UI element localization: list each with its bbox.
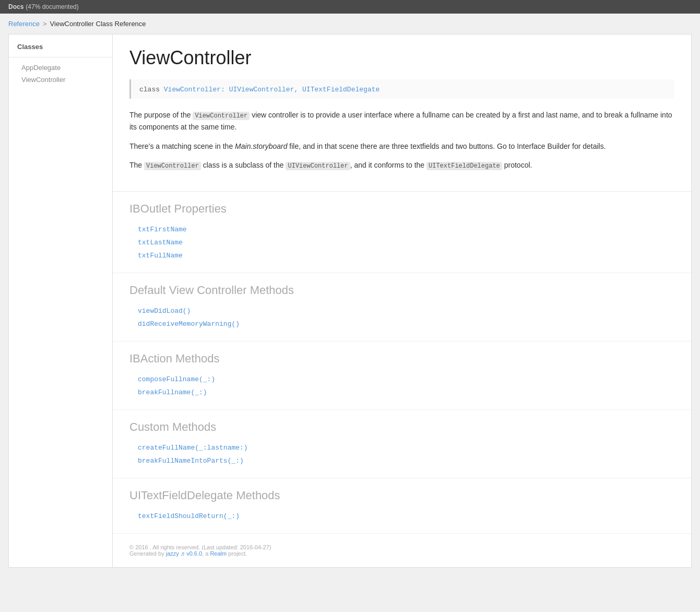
desc1-inline-code: ViewController	[193, 112, 250, 120]
declaration-code: class ViewController: UIViewController, …	[139, 86, 379, 93]
method-txtfirstname[interactable]: txtFirstName	[129, 223, 674, 236]
declaration-keyword: class	[139, 86, 164, 93]
breadcrumb: Reference > ViewController Class Referen…	[0, 14, 700, 34]
method-createfullname[interactable]: createFullName(_:lastname:)	[129, 441, 674, 454]
method-textfieldshouldreturn[interactable]: textFieldShouldReturn(_:)	[129, 510, 674, 523]
breadcrumb-current: ViewController Class Reference	[50, 20, 146, 28]
section-default-title: Default View Controller Methods	[129, 284, 674, 297]
desc3-code3: UITextFieldDelegate	[426, 162, 502, 170]
footer-generated: Generated by jazzy ♬ v0.6.0, a Realm pro…	[129, 550, 674, 557]
method-breakfullnameparts[interactable]: breakFullNameIntoParts(_:)	[129, 454, 674, 467]
content-footer: © 2016 . All rights reserved. (Last upda…	[113, 534, 691, 567]
desc2-italic: Main.storyboard	[235, 142, 287, 150]
section-default-methods: Default View Controller Methods viewDidL…	[113, 273, 691, 342]
main-content: ViewController class ViewController: UIV…	[113, 34, 692, 568]
section-custom-methods: Custom Methods createFullName(_:lastname…	[113, 410, 691, 478]
method-composefullname[interactable]: composeFullname(_:)	[129, 373, 674, 386]
section-iboutlet-properties: IBOutlet Properties txtFirstName txtLast…	[113, 192, 691, 273]
sidebar-item-viewcontroller[interactable]: ViewController	[9, 74, 112, 86]
breadcrumb-separator: >	[43, 20, 47, 28]
method-viewdidload[interactable]: viewDidLoad()	[129, 304, 674, 317]
topbar: Docs ( 47% documented )	[0, 0, 700, 14]
docs-label: Docs	[8, 3, 23, 10]
section-uitextfielddelegate-methods: UITextFieldDelegate Methods textFieldSho…	[113, 478, 691, 534]
jazzy-link[interactable]: jazzy ♬ v0.6.0	[166, 550, 202, 557]
section-uitextfielddelegate-title: UITextFieldDelegate Methods	[129, 489, 674, 502]
sidebar: Classes AppDelegate ViewController	[8, 34, 113, 568]
method-didreceivememorywarning[interactable]: didReceiveMemoryWarning()	[129, 317, 674, 331]
method-txtlastname[interactable]: txtLastName	[129, 236, 674, 249]
declaration-classname: ViewController: UIViewController, UIText…	[164, 86, 379, 93]
method-breakfullname[interactable]: breakFullname(_:)	[129, 386, 674, 399]
sidebar-section-title: Classes	[9, 43, 112, 55]
docs-percent: 47% documented	[28, 3, 76, 10]
section-ibaction-title: IBAction Methods	[129, 352, 674, 366]
breadcrumb-reference-link[interactable]: Reference	[8, 20, 40, 28]
layout: Classes AppDelegate ViewController ViewC…	[8, 34, 692, 568]
section-custom-title: Custom Methods	[129, 420, 674, 434]
method-txtfullname[interactable]: txtFullName	[129, 249, 674, 262]
content-header: ViewController class ViewController: UIV…	[113, 34, 691, 192]
desc3-code1: ViewController	[144, 162, 201, 170]
section-ibaction-methods: IBAction Methods composeFullname(_:) bre…	[113, 342, 691, 410]
description-paragraph-2: There’s a matching scene in the Main.sto…	[129, 140, 674, 152]
code-declaration: class ViewController: UIViewController, …	[129, 79, 674, 99]
desc3-code2: UIViewController	[286, 162, 350, 170]
description-paragraph-1: The purpose of the ViewController view c…	[129, 109, 674, 133]
description-paragraph-3: The ViewController class is a subclass o…	[129, 159, 674, 171]
footer-copyright: © 2016 . All rights reserved. (Last upda…	[129, 544, 674, 550]
sidebar-divider	[9, 57, 112, 57]
sidebar-item-appdelegate[interactable]: AppDelegate	[9, 62, 112, 74]
section-iboutlet-title: IBOutlet Properties	[129, 202, 674, 216]
page-title: ViewController	[129, 47, 674, 69]
docs-close: )	[77, 3, 79, 10]
realm-link[interactable]: Realm	[210, 550, 227, 557]
